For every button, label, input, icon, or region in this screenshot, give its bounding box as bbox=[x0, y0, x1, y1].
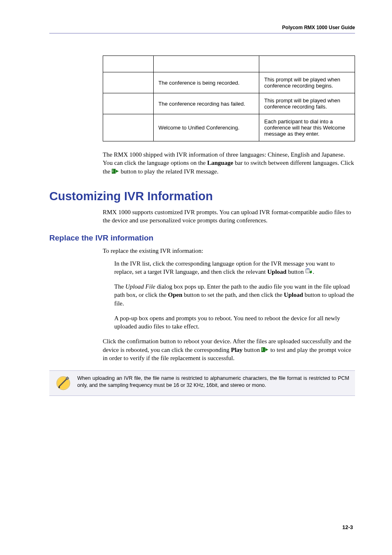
cell-desc: This prompt will be played when conferen… bbox=[259, 72, 355, 93]
replace-intro: To replace the existing IVR information: bbox=[103, 247, 355, 255]
svg-rect-0 bbox=[112, 169, 115, 173]
play-icon bbox=[261, 347, 269, 353]
text: button bbox=[242, 347, 261, 353]
cell-param bbox=[103, 93, 154, 114]
th-parameter bbox=[103, 56, 154, 72]
steps-list: In the IVR list, click the corresponding… bbox=[103, 259, 355, 331]
svg-rect-2 bbox=[113, 171, 113, 171]
page-number: 12-3 bbox=[342, 524, 353, 530]
bold-play: Play bbox=[231, 347, 242, 353]
bold-language: Language bbox=[207, 160, 233, 166]
text: . bbox=[313, 268, 314, 275]
svg-rect-8 bbox=[261, 347, 265, 352]
cell-param bbox=[103, 72, 154, 93]
table-row: Welcome to Unified Conferencing. Each pa… bbox=[103, 114, 355, 141]
bold-open: Open bbox=[168, 291, 182, 298]
cell-voice: The conference is being recorded. bbox=[153, 72, 259, 93]
cell-desc: Each participant to dial into a conferen… bbox=[259, 114, 355, 141]
text: button to play the related IVR message. bbox=[121, 168, 219, 175]
page-header: Polycom RMX 1000 User Guide bbox=[49, 25, 355, 37]
section-heading: Customizing IVR Information bbox=[49, 190, 355, 203]
svg-rect-1 bbox=[113, 169, 113, 170]
cell-param bbox=[103, 114, 154, 141]
header-rule bbox=[49, 33, 355, 34]
section-intro: RMX 1000 supports customized IVR prompts… bbox=[103, 208, 355, 225]
svg-rect-10 bbox=[262, 349, 263, 350]
svg-rect-3 bbox=[113, 171, 113, 172]
svg-point-15 bbox=[58, 386, 60, 388]
table-row: The conference is being recorded. This p… bbox=[103, 72, 355, 93]
table-row: The conference recording has failed. Thi… bbox=[103, 93, 355, 114]
table-header-row bbox=[103, 56, 355, 72]
svg-marker-4 bbox=[116, 170, 119, 173]
svg-rect-5 bbox=[306, 269, 310, 273]
intro-paragraph: The RMX 1000 shipped with IVR informatio… bbox=[103, 150, 355, 176]
th-voice bbox=[153, 56, 259, 72]
note-box: When uploading an IVR file, the file nam… bbox=[49, 370, 355, 396]
header-title: Polycom RMX 1000 User Guide bbox=[282, 25, 355, 30]
subsection-heading: Replace the IVR information bbox=[49, 234, 355, 243]
svg-rect-11 bbox=[262, 350, 263, 351]
text: A pop-up box opens and prompts you to re… bbox=[114, 315, 340, 330]
play-icon bbox=[112, 168, 119, 174]
note-text: When uploading an IVR file, the file nam… bbox=[77, 375, 349, 389]
text: button to set the path, and then click t… bbox=[182, 291, 284, 298]
th-description bbox=[259, 56, 355, 72]
step-item: The Upload File dialog box pops up. Ente… bbox=[103, 282, 355, 308]
text: The bbox=[114, 283, 125, 290]
text: button bbox=[286, 268, 305, 275]
cell-desc: This prompt will be played when conferen… bbox=[259, 93, 355, 114]
upload-icon bbox=[305, 268, 313, 275]
svg-marker-12 bbox=[265, 348, 268, 351]
italic-upload-file: Upload File bbox=[125, 283, 155, 290]
bold-upload: Upload bbox=[284, 291, 303, 298]
cell-voice: The conference recording has failed. bbox=[153, 93, 259, 114]
svg-rect-6 bbox=[307, 268, 309, 269]
step-item: A pop-up box opens and prompts you to re… bbox=[103, 314, 355, 331]
confirm-paragraph: Click the confirmation button to reboot … bbox=[103, 337, 355, 362]
note-icon bbox=[55, 375, 71, 391]
bold-upload: Upload bbox=[267, 268, 286, 275]
ivr-table: The conference is being recorded. This p… bbox=[103, 56, 355, 141]
svg-rect-9 bbox=[262, 348, 263, 349]
step-item: In the IVR list, click the corresponding… bbox=[103, 259, 355, 276]
cell-voice: Welcome to Unified Conferencing. bbox=[153, 114, 259, 141]
